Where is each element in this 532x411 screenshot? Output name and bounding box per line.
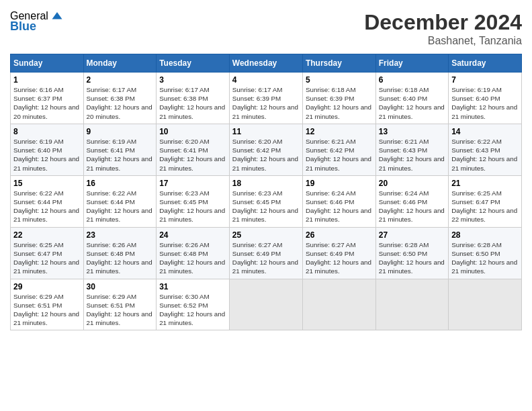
day-number: 20 — [379, 179, 445, 188]
sunrise-text: Sunrise: 6:20 AM — [159, 138, 210, 145]
sunrise-text: Sunrise: 6:22 AM — [13, 189, 64, 197]
title-block: December 2024 Bashanet, Tanzania — [364, 10, 522, 47]
calendar-cell: 1Sunrise: 6:16 AMSunset: 6:37 PMDaylight… — [11, 73, 84, 124]
col-saturday: Saturday — [449, 54, 522, 73]
sunset-text: Sunset: 6:49 PM — [232, 250, 281, 257]
calendar-cell: 31Sunrise: 6:30 AMSunset: 6:52 PMDayligh… — [157, 279, 230, 330]
daylight-text: Daylight: 12 hours and 21 minutes. — [306, 259, 371, 275]
day-info: Sunrise: 6:22 AMSunset: 6:44 PMDaylight:… — [87, 189, 154, 224]
sunrise-text: Sunrise: 6:19 AM — [451, 86, 502, 93]
calendar-cell — [449, 279, 522, 330]
calendar-cell: 23Sunrise: 6:26 AMSunset: 6:48 PMDayligh… — [83, 227, 157, 279]
logo-icon — [51, 10, 63, 22]
daylight-text: Daylight: 12 hours and 21 minutes. — [159, 155, 225, 171]
day-number: 25 — [232, 230, 300, 240]
header: General Blue December 2024 Bashanet, Tan… — [10, 10, 522, 47]
day-number: 17 — [159, 179, 226, 188]
day-info: Sunrise: 6:22 AMSunset: 6:43 PMDaylight:… — [451, 137, 519, 173]
daylight-text: Daylight: 12 hours and 21 minutes. — [379, 207, 445, 223]
day-number: 9 — [87, 127, 154, 136]
daylight-text: Daylight: 12 hours and 21 minutes. — [451, 259, 517, 275]
sunset-text: Sunset: 6:46 PM — [379, 198, 427, 205]
sunset-text: Sunset: 6:37 PM — [13, 95, 62, 102]
day-number: 24 — [159, 230, 226, 240]
daylight-text: Daylight: 12 hours and 21 minutes. — [13, 310, 79, 326]
daylight-text: Daylight: 12 hours and 21 minutes. — [232, 103, 298, 120]
calendar-week-3: 15Sunrise: 6:22 AMSunset: 6:44 PMDayligh… — [11, 175, 522, 227]
calendar-cell: 6Sunrise: 6:18 AMSunset: 6:40 PMDaylight… — [375, 73, 448, 124]
day-info: Sunrise: 6:18 AMSunset: 6:40 PMDaylight:… — [379, 85, 445, 121]
calendar-cell: 25Sunrise: 6:27 AMSunset: 6:49 PMDayligh… — [229, 227, 302, 279]
daylight-text: Daylight: 12 hours and 21 minutes. — [87, 310, 152, 326]
day-info: Sunrise: 6:19 AMSunset: 6:40 PMDaylight:… — [451, 85, 519, 121]
sunrise-text: Sunrise: 6:28 AM — [451, 241, 502, 248]
calendar-week-2: 8Sunrise: 6:19 AMSunset: 6:40 PMDaylight… — [11, 124, 522, 175]
calendar-week-4: 22Sunrise: 6:25 AMSunset: 6:47 PMDayligh… — [11, 227, 522, 279]
calendar-cell: 24Sunrise: 6:26 AMSunset: 6:48 PMDayligh… — [157, 227, 230, 279]
day-info: Sunrise: 6:29 AMSunset: 6:51 PMDaylight:… — [87, 292, 154, 328]
day-number: 31 — [159, 282, 226, 291]
day-info: Sunrise: 6:26 AMSunset: 6:48 PMDaylight:… — [159, 240, 226, 276]
col-wednesday: Wednesday — [229, 54, 302, 73]
calendar-cell: 20Sunrise: 6:24 AMSunset: 6:46 PMDayligh… — [375, 175, 448, 227]
daylight-text: Daylight: 12 hours and 20 minutes. — [13, 103, 79, 120]
daylight-text: Daylight: 12 hours and 21 minutes. — [232, 207, 298, 223]
sunset-text: Sunset: 6:42 PM — [232, 146, 281, 154]
calendar-header-row: Sunday Monday Tuesday Wednesday Thursday… — [11, 54, 522, 73]
sunset-text: Sunset: 6:39 PM — [232, 95, 281, 102]
day-info: Sunrise: 6:21 AMSunset: 6:43 PMDaylight:… — [379, 137, 445, 173]
day-number: 22 — [13, 230, 81, 240]
daylight-text: Daylight: 12 hours and 20 minutes. — [87, 103, 152, 120]
calendar-cell: 17Sunrise: 6:23 AMSunset: 6:45 PMDayligh… — [157, 175, 230, 227]
calendar-cell: 30Sunrise: 6:29 AMSunset: 6:51 PMDayligh… — [83, 279, 157, 330]
sunset-text: Sunset: 6:42 PM — [306, 146, 354, 154]
day-number: 27 — [379, 230, 445, 240]
col-monday: Monday — [83, 54, 157, 73]
sunset-text: Sunset: 6:45 PM — [232, 198, 281, 205]
sunrise-text: Sunrise: 6:21 AM — [379, 138, 429, 145]
calendar-cell: 9Sunrise: 6:19 AMSunset: 6:41 PMDaylight… — [83, 124, 157, 175]
daylight-text: Daylight: 12 hours and 21 minutes. — [159, 103, 225, 120]
sunset-text: Sunset: 6:43 PM — [451, 146, 500, 154]
day-number: 10 — [159, 127, 226, 136]
sunrise-text: Sunrise: 6:24 AM — [379, 189, 429, 197]
calendar-cell: 3Sunrise: 6:17 AMSunset: 6:38 PMDaylight… — [157, 73, 230, 124]
sunrise-text: Sunrise: 6:20 AM — [232, 138, 283, 145]
day-info: Sunrise: 6:24 AMSunset: 6:46 PMDaylight:… — [379, 189, 445, 224]
day-info: Sunrise: 6:25 AMSunset: 6:47 PMDaylight:… — [13, 240, 81, 276]
day-number: 15 — [13, 179, 81, 188]
daylight-text: Daylight: 12 hours and 21 minutes. — [379, 103, 445, 120]
sunset-text: Sunset: 6:44 PM — [13, 198, 62, 205]
day-info: Sunrise: 6:22 AMSunset: 6:44 PMDaylight:… — [13, 189, 81, 224]
day-number: 11 — [232, 127, 300, 136]
day-number: 21 — [451, 179, 519, 188]
calendar-cell: 12Sunrise: 6:21 AMSunset: 6:42 PMDayligh… — [302, 124, 375, 175]
sunset-text: Sunset: 6:48 PM — [87, 250, 135, 257]
page: General Blue December 2024 Bashanet, Tan… — [0, 0, 532, 411]
sunset-text: Sunset: 6:38 PM — [159, 95, 208, 102]
day-info: Sunrise: 6:17 AMSunset: 6:39 PMDaylight:… — [232, 85, 300, 121]
day-number: 26 — [306, 230, 373, 240]
sunrise-text: Sunrise: 6:17 AM — [87, 86, 137, 93]
day-number: 30 — [87, 282, 154, 291]
calendar-cell: 22Sunrise: 6:25 AMSunset: 6:47 PMDayligh… — [11, 227, 84, 279]
daylight-text: Daylight: 12 hours and 21 minutes. — [159, 259, 225, 275]
sunset-text: Sunset: 6:44 PM — [87, 198, 135, 205]
sunrise-text: Sunrise: 6:29 AM — [13, 293, 64, 300]
sunset-text: Sunset: 6:49 PM — [306, 250, 354, 257]
calendar-week-1: 1Sunrise: 6:16 AMSunset: 6:37 PMDaylight… — [11, 73, 522, 124]
logo: General Blue — [10, 10, 63, 34]
sunrise-text: Sunrise: 6:22 AM — [87, 189, 137, 197]
day-info: Sunrise: 6:29 AMSunset: 6:51 PMDaylight:… — [13, 292, 81, 328]
sunset-text: Sunset: 6:40 PM — [451, 95, 500, 102]
sunset-text: Sunset: 6:51 PM — [87, 302, 135, 309]
sunset-text: Sunset: 6:50 PM — [379, 250, 427, 257]
day-info: Sunrise: 6:28 AMSunset: 6:50 PMDaylight:… — [379, 240, 445, 276]
day-number: 12 — [306, 127, 373, 136]
sunrise-text: Sunrise: 6:24 AM — [306, 189, 356, 197]
sunset-text: Sunset: 6:47 PM — [451, 198, 500, 205]
daylight-text: Daylight: 12 hours and 21 minutes. — [451, 155, 517, 171]
sunrise-text: Sunrise: 6:29 AM — [87, 293, 137, 300]
calendar-cell — [229, 279, 302, 330]
sunset-text: Sunset: 6:47 PM — [13, 250, 62, 257]
